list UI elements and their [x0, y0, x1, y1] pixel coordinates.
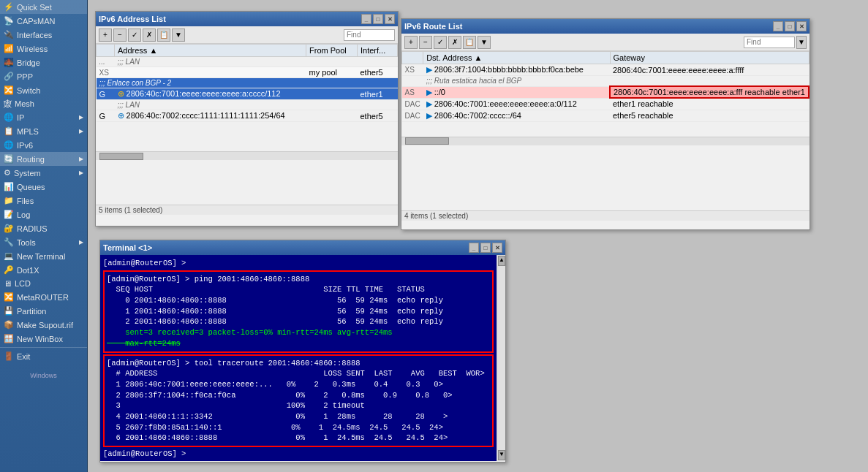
- sidebar-item-ipv6[interactable]: 🌐 IPv6: [0, 138, 87, 152]
- sidebar-item-log[interactable]: 📝 Log: [0, 208, 87, 221]
- sidebar-item-switch[interactable]: 🔀 Switch: [0, 83, 87, 97]
- row-gateway: ether5 reachable: [610, 110, 809, 121]
- cross-button[interactable]: ✗: [143, 28, 156, 42]
- scroll-up-button[interactable]: ▲: [498, 256, 505, 266]
- sidebar-item-quick-set[interactable]: ⚡ Quick Set: [0, 0, 87, 14]
- mpls-arrow-icon: ▶: [79, 128, 83, 134]
- col-dst-address[interactable]: Dst. Address ▲: [423, 52, 610, 64]
- sidebar-label-tools: Tools: [17, 238, 36, 247]
- route-dropdown-button[interactable]: ▼: [796, 36, 807, 49]
- table-row[interactable]: DAC ▶ 2806:40c:7001:eeee:eeee:eeee:a:0/1…: [402, 98, 809, 110]
- route-horizontal-scrollbar[interactable]: [401, 137, 809, 145]
- sidebar-item-radius[interactable]: 🔐 RADIUS: [0, 221, 87, 235]
- sidebar-item-ppp[interactable]: 🔗 PPP: [0, 69, 87, 83]
- close-button[interactable]: ✕: [385, 14, 395, 24]
- terminal-minimize-button[interactable]: _: [469, 243, 479, 253]
- sidebar-label-new-terminal: New Terminal: [17, 252, 65, 261]
- terminal-prompt-line[interactable]: [admin@RouterOS] >: [103, 449, 494, 460]
- close-button-route[interactable]: ✕: [796, 21, 807, 31]
- table-row[interactable]: G ⊕ 2806:40c:7001:eeee:eeee:eeee:a:cccc/…: [97, 88, 398, 100]
- sidebar-item-lcd[interactable]: 🖥 LCD: [0, 277, 87, 290]
- cross-route-button[interactable]: ✗: [448, 36, 461, 49]
- mesh-icon: 🕸: [4, 99, 12, 108]
- row-address: ⊕ 2806:40c:7002:cccc:1111:1111:1111:254/…: [115, 110, 306, 122]
- col-from-pool[interactable]: From Pool: [306, 45, 358, 57]
- capsman-icon: 📡: [4, 16, 14, 26]
- table-row[interactable]: G ⊕ 2806:40c:7002:cccc:1111:1111:1111:25…: [97, 110, 398, 122]
- minimize-button-route[interactable]: _: [773, 21, 783, 31]
- ping-row-0: 0 2001:4860:4860::8888 56 59 24ms echo r…: [107, 295, 490, 306]
- maximize-button[interactable]: □: [373, 14, 383, 24]
- col-gateway[interactable]: Gateway: [610, 52, 809, 64]
- remove-button[interactable]: −: [113, 28, 127, 42]
- traceroute-header: # ADDRESS LOSS SENT LAST AVG BEST WOR>: [107, 368, 490, 379]
- check-route-button[interactable]: ✓: [434, 36, 447, 49]
- wireless-icon: 📶: [4, 44, 14, 53]
- sidebar-item-files[interactable]: 📁 Files: [0, 194, 87, 208]
- sidebar-item-routing[interactable]: 🔄 Routing ▶: [0, 152, 87, 166]
- sidebar-label-ipv6: IPv6: [17, 141, 33, 150]
- sidebar-item-new-winbox[interactable]: 🪟 New WinBox: [0, 332, 87, 346]
- sidebar-item-interfaces[interactable]: 🔌 Interfaces: [0, 28, 87, 42]
- sidebar-item-new-terminal[interactable]: 💻 New Terminal: [0, 249, 87, 263]
- horizontal-scrollbar[interactable]: [96, 151, 398, 160]
- ipv6-address-list-titlebar[interactable]: IPv6 Address List _ □ ✕: [96, 12, 398, 26]
- terminal-vscrollbar[interactable]: ▲ ▼: [497, 255, 505, 461]
- table-row[interactable]: DAC ▶ 2806:40c:7002:cccc::/64 ether5 rea…: [402, 110, 809, 121]
- col-address[interactable]: Address ▲: [115, 45, 306, 57]
- sidebar-item-mpls[interactable]: 📋 MPLS ▶: [0, 124, 87, 138]
- table-row[interactable]: XS ▶ 2806:3f7:1004:bbbb:bbbb:bbbb:f0ca:b…: [402, 64, 809, 76]
- row-flags: G: [97, 88, 115, 100]
- sidebar-item-capsman[interactable]: 📡 CAPsMAN: [0, 14, 87, 28]
- sidebar-item-partition[interactable]: 💾 Partition: [0, 304, 87, 318]
- sidebar-item-tools[interactable]: 🔧 Tools ▶: [0, 235, 87, 249]
- row-interface: ether5: [358, 110, 398, 122]
- sidebar-label-bridge: Bridge: [17, 58, 40, 67]
- traceroute-section: [admin@RouterOS] > tool traceroute 2001:…: [103, 354, 494, 448]
- check-button[interactable]: ✓: [128, 28, 141, 42]
- sidebar-label-lcd: LCD: [15, 279, 31, 288]
- sidebar-item-metarouter[interactable]: 🔀 MetaROUTER: [0, 290, 87, 304]
- sidebar-item-queues[interactable]: 📊 Queues: [0, 180, 87, 194]
- table-row[interactable]: AS ▶ ::/0 2806:40c:7001:eeee:eeee:eeee:a…: [402, 86, 809, 98]
- table-row[interactable]: XS my pool ether5: [97, 67, 398, 78]
- terminal-titlebar[interactable]: Terminal <1> _ □ ✕: [100, 240, 505, 255]
- interfaces-icon: 🔌: [4, 30, 14, 39]
- ipv6-route-list-titlebar[interactable]: IPv6 Route List _ □ ✕: [401, 19, 809, 34]
- copy-button[interactable]: 📋: [157, 28, 170, 42]
- sidebar-label-capsman: CAPsMAN: [17, 17, 56, 26]
- sidebar-item-make-supout[interactable]: 📦 Make Supout.rif: [0, 318, 87, 332]
- address-search-input[interactable]: [344, 29, 395, 41]
- remove-route-button[interactable]: −: [419, 36, 432, 49]
- scroll-down-button[interactable]: ▼: [498, 450, 505, 460]
- sidebar-item-wireless[interactable]: 📶 Wireless: [0, 42, 87, 56]
- copy-route-button[interactable]: 📋: [463, 36, 476, 49]
- add-route-button[interactable]: +: [404, 36, 418, 49]
- sidebar-item-dot1x[interactable]: 🔑 Dot1X: [0, 263, 87, 277]
- maximize-button-route[interactable]: □: [785, 21, 795, 31]
- terminal-maximize-button[interactable]: □: [480, 243, 491, 253]
- table-row[interactable]: ;;; Enlace con BGP - 2: [97, 78, 398, 88]
- sidebar-item-system[interactable]: ⚙ System ▶: [0, 166, 87, 180]
- add-button[interactable]: +: [99, 28, 112, 42]
- sidebar-item-bridge[interactable]: 🌉 Bridge: [0, 56, 87, 69]
- terminal-content[interactable]: [admin@RouterOS] > [admin@RouterOS] > pi…: [100, 255, 497, 461]
- filter-route-button[interactable]: ▼: [478, 36, 491, 49]
- scroll-thumb[interactable]: [99, 153, 143, 160]
- terminal-close-button[interactable]: ✕: [492, 243, 502, 253]
- bridge-icon: 🌉: [4, 58, 14, 67]
- row-gateway: 2806:40c:7001:eeee:eeee:eeee:a:fff reach…: [610, 86, 809, 98]
- sidebar-item-ip[interactable]: 🌐 IP ▶: [0, 110, 87, 124]
- radius-icon: 🔐: [4, 224, 14, 233]
- col-interface[interactable]: Interf...: [358, 45, 398, 57]
- sidebar-item-mesh[interactable]: 🕸 Mesh: [0, 97, 87, 110]
- row-flags: XS: [97, 67, 115, 78]
- metarouter-icon: 🔀: [4, 292, 14, 302]
- minimize-button[interactable]: _: [361, 14, 371, 24]
- sidebar-label-interfaces: Interfaces: [17, 31, 52, 39]
- route-search-input[interactable]: [744, 37, 795, 48]
- route-scroll-thumb[interactable]: [405, 137, 449, 145]
- sidebar-item-exit[interactable]: 🚪 Exit: [0, 349, 87, 363]
- filter-button[interactable]: ▼: [172, 28, 185, 42]
- row-section-label: ;;; Ruta estatica hacia el BGP: [423, 76, 809, 87]
